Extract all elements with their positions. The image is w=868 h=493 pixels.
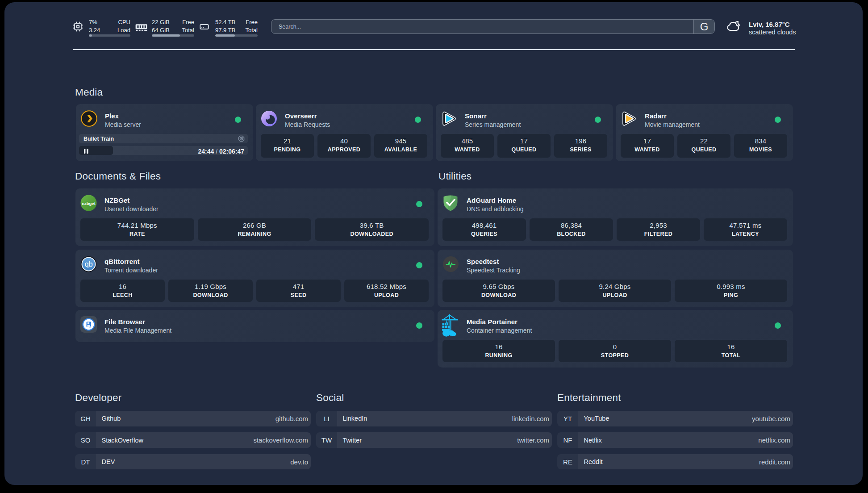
svg-text:qb: qb: [85, 260, 93, 268]
svg-text:nzbget: nzbget: [82, 201, 96, 206]
